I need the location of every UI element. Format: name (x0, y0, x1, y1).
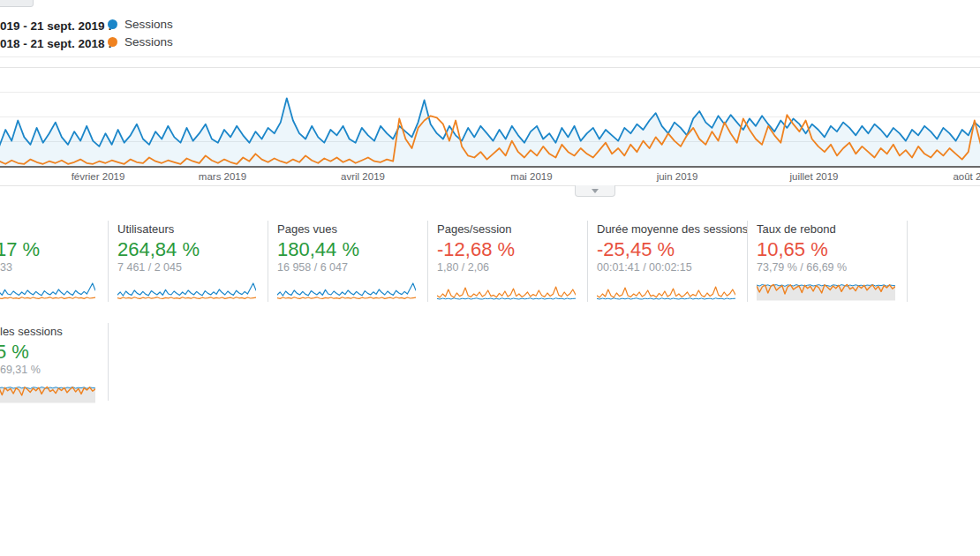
legend-series-label-current: Sessions (124, 18, 173, 31)
scorecard-change: 10,65 % (757, 238, 907, 260)
scorecard-values: 1,80 / 2,06 (437, 260, 587, 274)
scorecard-change: -12,68 % (437, 238, 587, 260)
x-axis-label: février 2019 (72, 171, 125, 182)
scorecard-pages-session[interactable]: Pages/session -12,68 % 1,80 / 2,06 (427, 222, 587, 304)
legend-row-previous: 018 - 21 sept. 2018 : Sessions (0, 35, 112, 49)
sparkline-chart (0, 281, 95, 302)
separator (0, 56, 980, 57)
legend-series-label-previous: Sessions (124, 35, 173, 49)
x-axis-label: juin 2019 (657, 171, 698, 182)
scorecard-title (0, 222, 108, 237)
separator (108, 323, 109, 401)
legend-date-range-current: 019 - 21 sept. 2019 : (0, 19, 112, 33)
collapsed-panel-tab-partial[interactable] (0, 0, 34, 7)
sessions-comparison-chart (0, 67, 980, 168)
separator (587, 221, 588, 302)
sparkline-chart (757, 281, 895, 302)
sparkline-chart (437, 281, 576, 302)
scorecard-title: Durée moyenne des sessions (597, 222, 747, 237)
separator (268, 221, 268, 302)
series-dot-icon-orange (108, 37, 117, 47)
scorecard-change: 5 % (0, 341, 108, 363)
x-axis-label: août 2019 (953, 171, 980, 182)
scorecard-title: Pages/session (437, 222, 587, 237)
scorecard-values: 7 461 / 2 045 (117, 260, 268, 274)
scorecard-title: les sessions (0, 325, 108, 339)
sparkline-chart (0, 383, 95, 404)
scorecard-change: -25,45 % (597, 238, 747, 260)
scorecard-values: 16 958 / 6 047 (277, 260, 427, 274)
scorecard-values: 933 (0, 260, 108, 274)
sparkline-chart (277, 281, 416, 302)
scorecard-values: 73,79 % / 66,69 % (757, 260, 907, 274)
scorecard-utilisateurs[interactable]: Utilisateurs 264,84 % 7 461 / 2 045 (108, 222, 268, 304)
scorecard-taux-de-rebond[interactable]: Taux de rebond 10,65 % 73,79 % / 66,69 % (747, 222, 907, 304)
scorecard-title: Pages vues (277, 222, 427, 237)
scorecard-title: Utilisateurs (117, 222, 268, 237)
separator (907, 221, 908, 302)
scorecard-values: 00:01:41 / 00:02:15 (597, 260, 747, 274)
x-axis-label: juillet 2019 (790, 171, 839, 182)
scorecard-sessions-cut[interactable]: 17 % 933 (0, 222, 108, 304)
separator (108, 221, 109, 302)
sparkline-chart (597, 281, 735, 302)
legend-row-current: 019 - 21 sept. 2019 : Sessions (0, 18, 112, 32)
legend-date-range-previous: 018 - 21 sept. 2018 : (0, 37, 112, 50)
scorecard-duree-moyenne[interactable]: Durée moyenne des sessions -25,45 % 00:0… (587, 222, 747, 304)
separator (747, 221, 748, 302)
scorecard-title: Taux de rebond (757, 222, 907, 237)
chart-collapse-button[interactable] (575, 185, 615, 197)
x-axis-label: avril 2019 (341, 171, 385, 182)
scorecard-values: / 69,31 % (0, 363, 108, 377)
x-axis-label: mars 2019 (199, 171, 246, 182)
scorecard-change: 17 % (0, 238, 108, 260)
scorecard-change: 264,84 % (117, 238, 268, 260)
separator (0, 185, 980, 186)
x-axis-label: mai 2019 (510, 171, 552, 182)
scorecard-pages-vues[interactable]: Pages vues 180,44 % 16 958 / 6 047 (268, 222, 427, 304)
chevron-down-icon (592, 189, 599, 193)
series-dot-icon-blue (108, 19, 117, 29)
scorecard-change: 180,44 % (277, 238, 427, 260)
scorecard-nouvelles-sessions-cut[interactable]: les sessions 5 % / 69,31 % (0, 325, 108, 406)
analytics-dashboard: 019 - 21 sept. 2019 : Sessions 018 - 21 … (0, 0, 980, 556)
separator (427, 221, 428, 302)
sparkline-chart (117, 281, 256, 302)
